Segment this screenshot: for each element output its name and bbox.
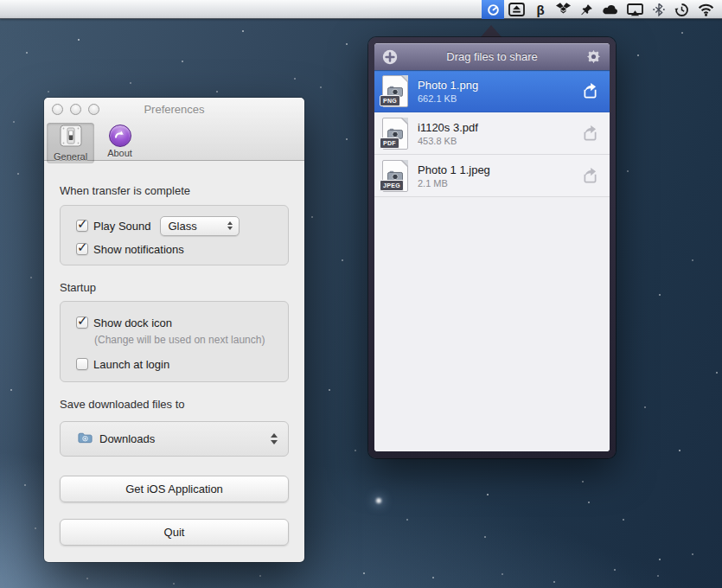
play-sound-label: Play Sound bbox=[93, 220, 151, 233]
beta-icon[interactable]: β bbox=[529, 0, 552, 19]
file-name: i1120s 3.pdf bbox=[418, 121, 478, 134]
time-machine-icon[interactable] bbox=[670, 0, 693, 19]
file-row[interactable]: JPEG Photo 1 1.jpeg 2.1 MB bbox=[374, 155, 610, 197]
settings-gear-icon[interactable] bbox=[586, 49, 602, 65]
beta-glyph: β bbox=[536, 3, 544, 16]
general-switch-icon bbox=[60, 125, 82, 150]
bluetooth-icon[interactable] bbox=[648, 0, 670, 19]
file-type-icon: PDF bbox=[382, 118, 408, 150]
transfer-group-box: Play Sound Glass Show notifications bbox=[60, 205, 289, 265]
window-chrome: Preferences General About bbox=[44, 98, 304, 161]
cloud-icon[interactable] bbox=[597, 0, 623, 19]
menu-bar-extras: β bbox=[482, 0, 719, 19]
save-folder-value: Downloads bbox=[99, 432, 155, 445]
show-dock-icon-label: Show dock icon bbox=[93, 316, 172, 329]
title-bar[interactable]: Preferences bbox=[44, 98, 304, 121]
file-format-badge: JPEG bbox=[380, 180, 404, 191]
close-button[interactable] bbox=[52, 104, 63, 115]
file-list: PNG Photo 1.png 662.1 KB PDF bbox=[374, 70, 610, 451]
popover-title: Drag files to share bbox=[374, 50, 610, 63]
select-arrows-icon bbox=[227, 221, 233, 230]
quit-button[interactable]: Quit bbox=[60, 519, 289, 546]
show-dock-icon-row[interactable]: Show dock icon bbox=[76, 313, 288, 332]
tab-about[interactable]: About bbox=[100, 123, 139, 160]
file-row[interactable]: PNG Photo 1.png 662.1 KB bbox=[374, 70, 610, 112]
save-section-heading: Save downloaded files to bbox=[60, 398, 289, 412]
share-icon[interactable] bbox=[581, 167, 599, 185]
file-size: 662.1 KB bbox=[418, 93, 478, 104]
file-size: 453.8 KB bbox=[418, 136, 478, 146]
startup-group-box: Show dock icon (Change will be used on n… bbox=[60, 301, 289, 382]
pin-icon[interactable] bbox=[575, 0, 597, 19]
file-size: 2.1 MB bbox=[418, 178, 490, 189]
select-arrows-icon bbox=[271, 433, 278, 444]
minimize-button[interactable] bbox=[70, 104, 81, 115]
add-file-button[interactable] bbox=[382, 49, 398, 65]
tab-general-label: General bbox=[54, 151, 87, 162]
popover-arrow bbox=[480, 25, 502, 38]
share-icon[interactable] bbox=[581, 125, 599, 143]
zoom-button[interactable] bbox=[88, 104, 99, 115]
show-notifications-label: Show notifications bbox=[93, 243, 184, 256]
airplay-icon[interactable] bbox=[623, 0, 648, 19]
file-row[interactable]: PDF i1120s 3.pdf 453.8 KB bbox=[374, 112, 610, 155]
launch-at-login-label: Launch at login bbox=[93, 358, 169, 371]
downloads-folder-icon bbox=[78, 431, 93, 446]
file-name: Photo 1 1.jpeg bbox=[418, 163, 490, 176]
tab-general[interactable]: General bbox=[47, 123, 94, 163]
file-format-badge: PDF bbox=[380, 137, 399, 149]
file-type-icon: PNG bbox=[382, 75, 408, 107]
sound-select-value: Glass bbox=[169, 220, 197, 233]
startup-section-heading: Startup bbox=[60, 281, 289, 295]
file-list-empty-area bbox=[374, 197, 610, 451]
dropbox-icon[interactable] bbox=[552, 0, 575, 19]
wifi-icon[interactable] bbox=[693, 0, 719, 19]
file-type-icon: JPEG bbox=[382, 160, 408, 192]
sound-select[interactable]: Glass bbox=[160, 216, 240, 236]
preferences-content: When transfer is complete Play Sound Gla… bbox=[44, 184, 304, 546]
app-droplet-icon[interactable] bbox=[482, 0, 504, 19]
show-dock-icon-checkbox[interactable] bbox=[76, 316, 88, 329]
save-folder-select[interactable]: Downloads bbox=[60, 421, 289, 457]
eject-box-icon[interactable] bbox=[504, 0, 529, 19]
menu-bar: β bbox=[0, 0, 722, 19]
popover-header: Drag files to share bbox=[374, 43, 610, 70]
play-sound-checkbox[interactable] bbox=[76, 220, 88, 232]
preferences-toolbar: General About bbox=[44, 121, 304, 163]
share-icon[interactable] bbox=[581, 82, 599, 100]
show-notifications-checkbox[interactable] bbox=[76, 243, 88, 255]
play-sound-row[interactable]: Play Sound Glass bbox=[76, 216, 288, 235]
traffic-lights bbox=[44, 104, 99, 115]
file-format-badge: PNG bbox=[380, 95, 400, 106]
get-ios-app-button[interactable]: Get iOS Application bbox=[60, 476, 289, 502]
tab-about-label: About bbox=[107, 148, 132, 158]
show-notifications-row[interactable]: Show notifications bbox=[76, 240, 288, 259]
launch-at-login-checkbox[interactable] bbox=[76, 358, 88, 370]
preferences-window: Preferences General About When transfer … bbox=[44, 98, 304, 562]
transfer-section-heading: When transfer is complete bbox=[60, 184, 289, 198]
launch-at-login-row[interactable]: Launch at login bbox=[76, 355, 288, 374]
about-icon bbox=[109, 125, 131, 147]
file-name: Photo 1.png bbox=[418, 79, 478, 92]
share-popover: Drag files to share PNG Photo 1.png 662.… bbox=[368, 37, 616, 458]
dock-change-note: (Change will be used on next launch) bbox=[94, 334, 288, 346]
